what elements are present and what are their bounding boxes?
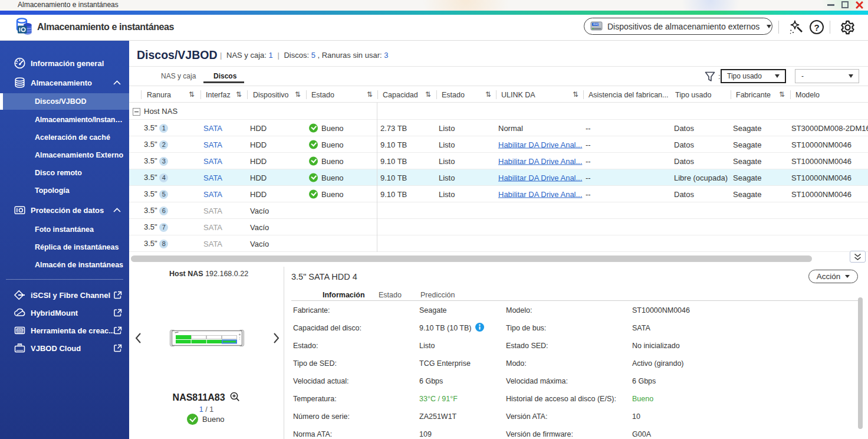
svg-text:RAID: RAID	[593, 23, 600, 26]
svg-text:?: ?	[814, 22, 819, 32]
svg-text:SSD: SSD	[17, 328, 23, 332]
